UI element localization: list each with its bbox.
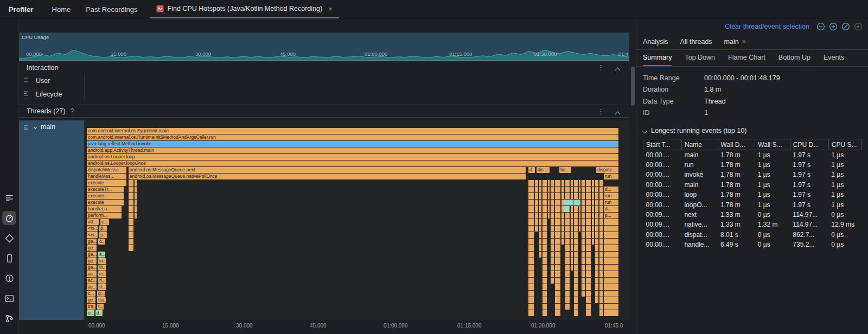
events-table-row[interactable]: 00:00....loop1.78 m1 µs1.97 s1 µs: [643, 190, 861, 200]
zoom-in-button[interactable]: [829, 22, 838, 31]
call-chart-frame[interactable]: handleMes...: [87, 174, 126, 179]
call-stack-cluster[interactable]: [592, 180, 594, 245]
subtab-events[interactable]: Events: [824, 50, 844, 66]
events-table-row[interactable]: 00:00....main1.78 m1 µs1.97 s1 µs: [643, 150, 861, 160]
threads-menu-icon[interactable]: ⋮: [597, 107, 604, 115]
call-stack-cluster[interactable]: [535, 180, 538, 232]
events-table-header-cell[interactable]: CPU S...: [828, 139, 861, 150]
call-chart-frame[interactable]: g...: [97, 291, 105, 297]
close-tab-icon[interactable]: ×: [742, 38, 746, 46]
interaction-menu-icon[interactable]: ⋮: [597, 63, 604, 72]
call-stack-cluster[interactable]: [586, 180, 591, 316]
profiler-icon[interactable]: [2, 211, 16, 225]
call-chart-frame[interactable]: ge...: [87, 265, 97, 271]
events-table-header-cell[interactable]: Wall S...: [755, 139, 790, 150]
call-chart-frame[interactable]: ge...: [87, 245, 97, 251]
zoom-reset-button[interactable]: [841, 22, 850, 31]
call-chart-frame[interactable]: ge...: [87, 239, 97, 245]
call-chart-frame[interactable]: c...: [100, 219, 109, 225]
call-chart-frame[interactable]: java.lang.reflect.Method.invoke: [87, 141, 618, 147]
call-chart-frame[interactable]: ha...: [559, 167, 571, 173]
call-chart-frame[interactable]: in...: [98, 271, 106, 277]
call-chart-frame[interactable]: t...: [97, 304, 104, 310]
call-stack-cluster[interactable]: [582, 180, 585, 297]
call-chart-frame[interactable]: [573, 200, 580, 205]
longest-events-header[interactable]: Longest running events (top 10): [636, 120, 868, 139]
call-stack-cluster[interactable]: [542, 180, 547, 316]
events-table-row[interactable]: 00:00....dispat...8.01 s0 µs862.7...0 µs: [643, 230, 861, 240]
thread-row-main[interactable]: main: [19, 120, 84, 320]
collapse-events-icon[interactable]: [642, 128, 648, 133]
call-chart-frame[interactable]: att...: [87, 219, 99, 225]
threads-help-icon[interactable]: ?: [71, 107, 74, 115]
call-stack-cluster[interactable]: [604, 219, 618, 316]
subtab-summary[interactable]: Summary: [643, 50, 672, 66]
call-chart-frame[interactable]: ac...: [87, 278, 97, 284]
events-table-header-cell[interactable]: Wall D...: [718, 139, 755, 150]
threads-section-header[interactable]: Threads (27) ? ⋮: [19, 105, 629, 118]
call-chart-frame[interactable]: rl...: [98, 278, 106, 284]
subtab-top-down[interactable]: Top Down: [685, 50, 715, 66]
call-chart-frame[interactable]: in...: [98, 265, 106, 271]
call-chart-frame[interactable]: <in...: [87, 226, 98, 232]
call-chart-frame[interactable]: perform...: [87, 213, 122, 219]
app-quality-insights-icon[interactable]: [2, 231, 16, 245]
call-stack-cluster[interactable]: [528, 180, 534, 316]
thread-expand-icon[interactable]: [34, 125, 37, 129]
call-chart-frame[interactable]: com.android.internal.os.RuntimeInit$Meth…: [87, 134, 618, 140]
events-table-row[interactable]: 00:00....run1.78 m1 µs1.97 s1 µs: [643, 160, 861, 170]
call-chart-frame[interactable]: tra...: [87, 304, 95, 310]
tab-find-cpu-hotspots[interactable]: Find CPU Hotspots (Java/Kotlin Method Re…: [150, 0, 339, 18]
call-chart[interactable]: com.android.internal.os.ZygoteInit.mainc…: [84, 120, 629, 320]
interaction-section-header[interactable]: Interaction ⋮: [19, 61, 629, 74]
call-stack-cluster[interactable]: [579, 180, 580, 232]
call-chart-frame[interactable]: android.os.MessageQueue.next: [129, 167, 526, 173]
call-chart-frame[interactable]: run: [604, 174, 618, 179]
call-chart-frame[interactable]: executeTr...: [87, 187, 124, 192]
call-chart-frame[interactable]: android.os.Looper.loopOnce: [87, 160, 618, 166]
call-chart-frame[interactable]: android.app.ActivityThread.main: [87, 147, 618, 153]
terminal-icon[interactable]: [2, 291, 16, 305]
subtab-bottom-up[interactable]: Bottom Up: [778, 50, 810, 66]
call-chart-frame[interactable]: dis...: [537, 167, 550, 173]
nav-home[interactable]: Home: [44, 0, 79, 18]
call-chart-frame[interactable]: dispatchMessa...: [87, 167, 126, 173]
call-stack-cluster[interactable]: [595, 180, 598, 303]
call-chart-frame[interactable]: run: [604, 200, 618, 205]
call-chart-frame[interactable]: android.os.Looper.loop: [87, 154, 618, 160]
events-table-row[interactable]: 00:00....invoke1.78 m1 µs1.97 s1 µs: [643, 170, 861, 179]
call-chart-frame[interactable]: p...: [99, 232, 107, 238]
events-table-row[interactable]: 00:09....native...1.33 m1.32 m114.97...1…: [643, 220, 861, 229]
call-chart-frame[interactable]: ac...: [87, 284, 97, 290]
call-chart-frame[interactable]: s...: [98, 252, 105, 258]
call-chart-frame[interactable]: [564, 206, 569, 212]
track-row-user[interactable]: User: [19, 74, 629, 87]
call-chart-frame[interactable]: in...: [98, 258, 106, 264]
call-chart-frame[interactable]: c...: [87, 291, 95, 297]
call-stack-cluster[interactable]: [571, 180, 573, 271]
events-table-row[interactable]: 00:00....loopO...1.78 m1 µs1.97 s1 µs: [643, 200, 861, 209]
vertical-scrollbar[interactable]: [631, 67, 635, 106]
call-chart-frame[interactable]: d...: [95, 310, 103, 316]
logcat-icon[interactable]: [2, 191, 16, 205]
call-chart-frame[interactable]: ge...: [87, 258, 97, 264]
call-chart-frame[interactable]: dispatc...: [596, 167, 618, 173]
problems-icon[interactable]: [2, 271, 16, 285]
call-chart-frame[interactable]: d...: [604, 206, 618, 212]
call-chart-frame[interactable]: [564, 200, 572, 205]
analysis-tab-main[interactable]: main×: [724, 38, 746, 46]
call-stack-cluster[interactable]: [551, 180, 554, 284]
call-chart-frame[interactable]: <in...: [87, 232, 98, 238]
clear-selection-link[interactable]: Clear thread/event selection: [725, 23, 809, 30]
call-stack-cluster[interactable]: [555, 180, 560, 316]
call-chart-frame[interactable]: execute: [87, 180, 126, 186]
subtab-flame-chart[interactable]: Flame Chart: [728, 50, 765, 66]
call-chart-frame[interactable]: p...: [604, 213, 618, 219]
events-table-header-cell[interactable]: Name: [681, 139, 718, 150]
analysis-tab-all-threads[interactable]: All threads: [680, 38, 712, 46]
call-chart-frame[interactable]: o...: [87, 310, 94, 316]
call-chart-frame[interactable]: ac...: [87, 271, 97, 277]
call-chart-frame[interactable]: com.android.internal.os.ZygoteInit.main: [87, 128, 618, 134]
call-chart-frame[interactable]: d...: [528, 167, 535, 173]
call-stack-cluster[interactable]: [561, 180, 564, 245]
